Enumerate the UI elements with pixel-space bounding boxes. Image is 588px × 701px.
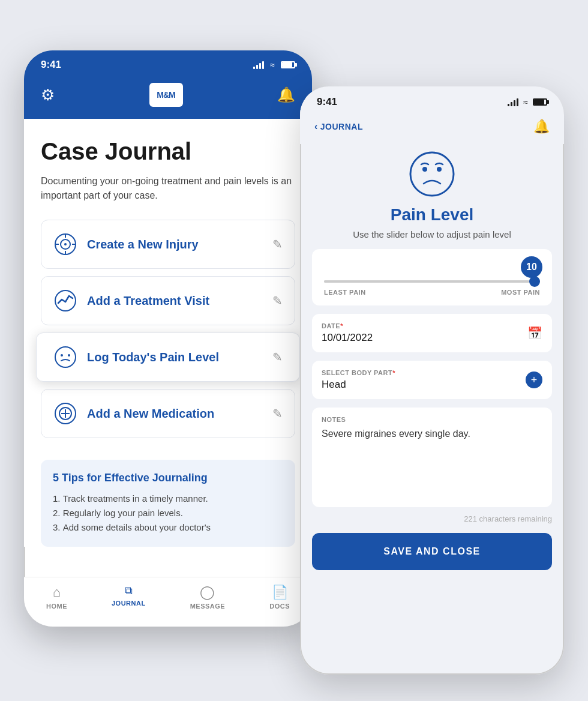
- case-journal-subtitle: Documenting your on-going treatment and …: [41, 174, 295, 203]
- notes-value: Severe migraines every single day.: [322, 427, 542, 499]
- create-injury-label: Create a New Injury: [87, 238, 272, 251]
- tips-title: 5 Tips for Effective Journaling: [53, 472, 283, 484]
- nav-message[interactable]: ◯ MESSAGE: [190, 585, 226, 610]
- add-medication-item[interactable]: Add a New Medication ✎: [41, 389, 295, 438]
- docs-icon: 📄: [272, 585, 288, 600]
- create-injury-edit-icon: ✎: [272, 237, 283, 251]
- bell-icon[interactable]: 🔔: [277, 86, 295, 103]
- calendar-icon: 📅: [527, 326, 542, 340]
- create-injury-item[interactable]: Create a New Injury ✎: [41, 220, 295, 269]
- right-status-icons: ≈: [508, 97, 547, 107]
- message-icon: ◯: [200, 585, 215, 600]
- home-icon: ⌂: [53, 585, 61, 600]
- add-treatment-edit-icon: ✎: [272, 293, 283, 308]
- svg-point-8: [55, 347, 76, 367]
- body-part-add-button[interactable]: +: [526, 372, 542, 388]
- case-journal-title: Case Journal: [41, 138, 295, 164]
- nav-home[interactable]: ⌂ HOME: [46, 585, 67, 610]
- slider-value-bubble: 10: [521, 256, 542, 278]
- pain-face-section: Pain Level Use the slider below to adjus…: [300, 144, 564, 249]
- right-top-nav: ‹ JOURNAL 🔔: [300, 114, 564, 144]
- svg-point-2: [64, 243, 67, 245]
- save-and-close-button[interactable]: SAVE AND CLOSE: [312, 533, 552, 570]
- left-phone: 9:41 ≈ ⚙ M&M 🔔 Case Journal: [24, 50, 312, 627]
- left-time: 9:41: [41, 59, 61, 71]
- body-part-field-content: SELECT BODY PART* Head: [322, 369, 395, 391]
- add-treatment-item[interactable]: Add a Treatment Visit ✎: [41, 276, 295, 325]
- slider-thumb: [529, 276, 540, 287]
- add-medication-edit-icon: ✎: [272, 406, 283, 421]
- body-part-required-marker: *: [392, 369, 395, 376]
- mm-logo: M&M: [149, 83, 183, 107]
- nav-journal[interactable]: ⧉ JOURNAL: [112, 585, 146, 610]
- menu-items-list: Create a New Injury ✎ Add a Treatment Vi…: [41, 220, 295, 445]
- right-signal-icon: [508, 98, 518, 106]
- svg-point-9: [61, 354, 63, 357]
- bottom-navigation: ⌂ HOME ⧉ JOURNAL ◯ MESSAGE 📄 DOCS: [24, 577, 312, 627]
- tip-item-3: Add some details about your doctor's: [53, 520, 283, 535]
- back-label: JOURNAL: [320, 122, 363, 131]
- right-time: 9:41: [317, 96, 337, 108]
- right-bell-icon[interactable]: 🔔: [533, 119, 550, 134]
- nav-docs-label: DOCS: [269, 603, 290, 610]
- chars-remaining: 221 characters remaining: [312, 512, 552, 533]
- slider-fill: [324, 280, 529, 283]
- nav-docs[interactable]: 📄 DOCS: [269, 585, 290, 610]
- date-field-content: DATE* 10/01/2022: [322, 322, 373, 344]
- pain-level-title: Pain Level: [391, 205, 474, 224]
- body-part-label: SELECT BODY PART*: [322, 369, 395, 376]
- svg-point-10: [68, 354, 70, 357]
- body-part-value: Head: [322, 379, 395, 391]
- svg-point-16: [422, 167, 427, 172]
- body-part-field-row: SELECT BODY PART* Head +: [322, 369, 542, 391]
- log-pain-item[interactable]: Log Today's Pain Level ✎: [36, 332, 300, 382]
- slider-labels: LEAST PAIN MOST PAIN: [324, 289, 540, 296]
- log-pain-label: Log Today's Pain Level: [87, 350, 272, 364]
- form-area: 10 LEAST PAIN MOST PAIN DAT: [300, 249, 564, 533]
- svg-point-17: [437, 167, 442, 172]
- create-injury-icon: [53, 232, 77, 256]
- right-battery-icon: [533, 98, 547, 106]
- left-content: Case Journal Documenting your on-going t…: [24, 119, 312, 547]
- right-phone: 9:41 ≈ ‹ JOURNAL 🔔: [300, 86, 564, 675]
- battery-icon: [281, 61, 295, 68]
- pain-face-icon: [408, 150, 456, 198]
- log-pain-edit-icon: ✎: [272, 350, 283, 364]
- notes-field[interactable]: NOTES Severe migraines every single day.: [312, 408, 552, 507]
- notes-label: NOTES: [322, 416, 542, 423]
- nav-journal-label: JOURNAL: [112, 600, 146, 607]
- pain-slider-card: 10 LEAST PAIN MOST PAIN: [312, 249, 552, 305]
- slider-min-label: LEAST PAIN: [324, 289, 366, 296]
- nav-message-label: MESSAGE: [190, 603, 226, 610]
- left-header: ⚙ M&M 🔔: [24, 77, 312, 119]
- journal-icon: ⧉: [125, 585, 133, 597]
- add-medication-label: Add a New Medication: [87, 407, 272, 421]
- wifi-icon: ≈: [270, 60, 275, 70]
- date-field-row: DATE* 10/01/2022 📅: [322, 322, 542, 344]
- signal-icon: [253, 61, 264, 69]
- right-status-bar: 9:41 ≈: [300, 86, 564, 114]
- add-treatment-label: Add a Treatment Visit: [87, 294, 272, 308]
- add-medication-icon: [53, 402, 77, 426]
- date-value: 10/01/2022: [322, 332, 373, 344]
- left-status-bar: 9:41 ≈: [24, 50, 312, 77]
- settings-icon[interactable]: ⚙: [41, 86, 55, 104]
- tip-item-2: Regularly log your pain levels.: [53, 506, 283, 520]
- back-button[interactable]: ‹ JOURNAL: [314, 121, 363, 132]
- tip-item-1: Track treatments in a timely manner.: [53, 492, 283, 506]
- slider-max-label: MOST PAIN: [501, 289, 540, 296]
- log-pain-icon: [53, 345, 77, 369]
- body-part-field[interactable]: SELECT BODY PART* Head +: [312, 361, 552, 399]
- date-required-marker: *: [340, 322, 343, 329]
- left-status-icons: ≈: [253, 60, 295, 70]
- chevron-left-icon: ‹: [314, 121, 318, 132]
- right-wifi-icon: ≈: [523, 97, 528, 107]
- svg-point-15: [410, 152, 454, 196]
- nav-home-label: HOME: [46, 603, 67, 610]
- date-field[interactable]: DATE* 10/01/2022 📅: [312, 314, 552, 352]
- tips-section: 5 Tips for Effective Journaling Track tr…: [41, 460, 295, 547]
- pain-level-subtitle: Use the slider below to adjust pain leve…: [341, 229, 523, 239]
- add-treatment-icon: [53, 289, 77, 313]
- slider-track[interactable]: [324, 280, 540, 283]
- date-label: DATE*: [322, 322, 373, 329]
